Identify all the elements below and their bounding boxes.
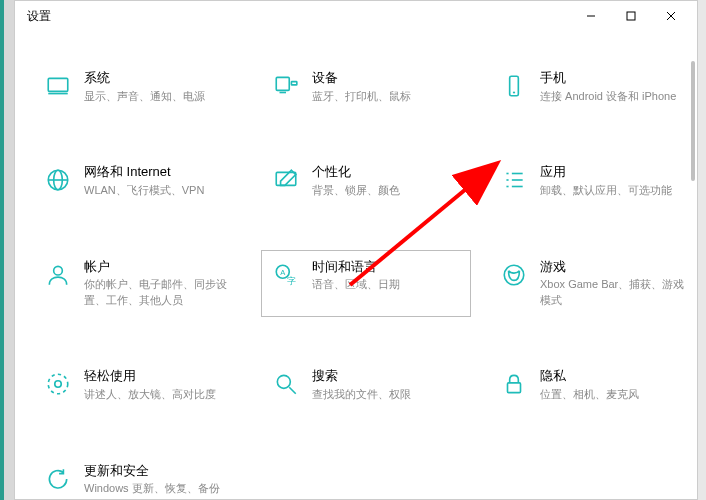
svg-rect-1 bbox=[627, 12, 635, 20]
svg-line-29 bbox=[289, 387, 296, 394]
tile-desc: 蓝牙、打印机、鼠标 bbox=[312, 89, 460, 104]
tile-apps[interactable]: 应用 卸载、默认应用、可选功能 bbox=[489, 155, 697, 207]
svg-rect-7 bbox=[291, 82, 296, 85]
tile-devices[interactable]: 设备 蓝牙、打印机、鼠标 bbox=[261, 61, 471, 113]
tile-desc: 卸载、默认应用、可选功能 bbox=[540, 183, 688, 198]
minimize-button[interactable] bbox=[571, 2, 611, 30]
tile-phone[interactable]: 手机 连接 Android 设备和 iPhone bbox=[489, 61, 697, 113]
apps-icon bbox=[500, 166, 528, 194]
tile-desc: 你的帐户、电子邮件、同步设置、工作、其他人员 bbox=[84, 277, 232, 308]
scrollbar-thumb[interactable] bbox=[691, 61, 695, 181]
svg-point-28 bbox=[277, 376, 290, 389]
phone-icon bbox=[500, 72, 528, 100]
update-icon bbox=[44, 465, 72, 493]
tile-desc: 语音、区域、日期 bbox=[312, 277, 460, 292]
tile-desc: 显示、声音、通知、电源 bbox=[84, 89, 232, 104]
tile-system[interactable]: 系统 显示、声音、通知、电源 bbox=[33, 61, 243, 113]
settings-grid: 系统 显示、声音、通知、电源 设备 蓝牙、打印机、鼠标 手机 bbox=[25, 61, 687, 499]
privacy-icon bbox=[500, 370, 528, 398]
tile-desc: 位置、相机、麦克风 bbox=[540, 387, 688, 402]
tile-desc: WLAN、飞行模式、VPN bbox=[84, 183, 232, 198]
tile-desc: 讲述人、放大镜、高对比度 bbox=[84, 387, 232, 402]
close-button[interactable] bbox=[651, 2, 691, 30]
tile-network[interactable]: 网络和 Internet WLAN、飞行模式、VPN bbox=[33, 155, 243, 207]
tile-title: 应用 bbox=[540, 164, 688, 181]
tile-title: 网络和 Internet bbox=[84, 164, 232, 181]
window-controls bbox=[571, 2, 691, 30]
tile-desc: 连接 Android 设备和 iPhone bbox=[540, 89, 688, 104]
titlebar: 设置 bbox=[15, 1, 697, 31]
settings-window: 设置 系统 显示、声音、通知、电源 bbox=[14, 0, 698, 500]
tile-title: 手机 bbox=[540, 70, 688, 87]
tile-title: 设备 bbox=[312, 70, 460, 87]
network-icon bbox=[44, 166, 72, 194]
window-title: 设置 bbox=[27, 8, 571, 25]
svg-text:字: 字 bbox=[287, 275, 296, 285]
tile-privacy[interactable]: 隐私 位置、相机、麦克风 bbox=[489, 359, 697, 411]
svg-rect-4 bbox=[48, 78, 68, 91]
system-icon bbox=[44, 72, 72, 100]
tile-title: 帐户 bbox=[84, 259, 232, 276]
tile-title: 隐私 bbox=[540, 368, 688, 385]
svg-point-26 bbox=[55, 381, 62, 388]
svg-text:A: A bbox=[280, 268, 286, 277]
tile-title: 轻松使用 bbox=[84, 368, 232, 385]
svg-rect-6 bbox=[276, 77, 289, 90]
tile-time-language[interactable]: A字 时间和语言 语音、区域、日期 bbox=[261, 250, 471, 318]
svg-point-25 bbox=[504, 265, 524, 285]
tile-gaming[interactable]: 游戏 Xbox Game Bar、捕获、游戏模式 bbox=[489, 250, 697, 318]
time-language-icon: A字 bbox=[272, 261, 300, 289]
tile-accounts[interactable]: 帐户 你的帐户、电子邮件、同步设置、工作、其他人员 bbox=[33, 250, 243, 318]
tile-desc: 背景、锁屏、颜色 bbox=[312, 183, 460, 198]
content-area: 系统 显示、声音、通知、电源 设备 蓝牙、打印机、鼠标 手机 bbox=[15, 31, 697, 499]
tile-title: 更新和安全 bbox=[84, 463, 232, 480]
tile-desc: Windows 更新、恢复、备份 bbox=[84, 481, 232, 496]
tile-desc: 查找我的文件、权限 bbox=[312, 387, 460, 402]
tile-title: 游戏 bbox=[540, 259, 688, 276]
personalization-icon bbox=[272, 166, 300, 194]
accounts-icon bbox=[44, 261, 72, 289]
tile-update[interactable]: 更新和安全 Windows 更新、恢复、备份 bbox=[33, 454, 243, 499]
tile-desc: Xbox Game Bar、捕获、游戏模式 bbox=[540, 277, 688, 308]
tile-personalization[interactable]: 个性化 背景、锁屏、颜色 bbox=[261, 155, 471, 207]
tile-title: 时间和语言 bbox=[312, 259, 460, 276]
tile-search[interactable]: 搜索 查找我的文件、权限 bbox=[261, 359, 471, 411]
tile-title: 搜索 bbox=[312, 368, 460, 385]
tile-ease-of-access[interactable]: 轻松使用 讲述人、放大镜、高对比度 bbox=[33, 359, 243, 411]
devices-icon bbox=[272, 72, 300, 100]
svg-rect-30 bbox=[508, 383, 521, 393]
tile-title: 个性化 bbox=[312, 164, 460, 181]
desktop-edge bbox=[0, 0, 14, 500]
svg-point-21 bbox=[54, 266, 63, 275]
svg-point-27 bbox=[48, 374, 68, 394]
tile-title: 系统 bbox=[84, 70, 232, 87]
ease-of-access-icon bbox=[44, 370, 72, 398]
search-icon bbox=[272, 370, 300, 398]
gaming-icon bbox=[500, 261, 528, 289]
maximize-button[interactable] bbox=[611, 2, 651, 30]
